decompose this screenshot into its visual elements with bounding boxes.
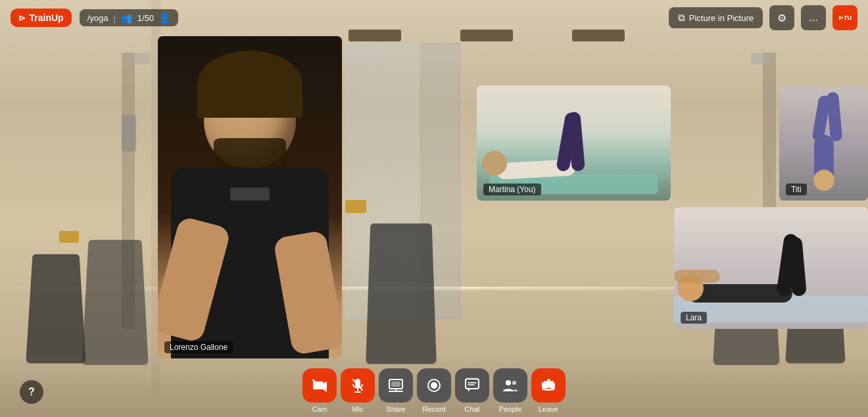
share-label: Share (386, 405, 405, 413)
trainup-icon-button[interactable]: ⊳TU (832, 5, 857, 30)
top-left: ⊳ TrainUp /yoga | 👥 1/50 👤 (11, 9, 178, 27)
video-panel-martina: Martina (You) (477, 86, 671, 201)
video-panel-lara: Lara (674, 207, 868, 329)
mic-label: Mic (352, 405, 363, 413)
hair-lara (674, 270, 720, 283)
leave-label: Leave (539, 405, 558, 413)
help-button[interactable]: ? (20, 380, 43, 404)
mic-icon (341, 368, 375, 403)
help-icon: ? (28, 386, 35, 398)
video-panel-lorenzo: Lorenzo Gallone (158, 36, 342, 358)
svg-rect-10 (391, 381, 400, 387)
people-label: People (499, 405, 521, 413)
video-panel-titi: Titi (779, 86, 868, 201)
speaker-right (751, 53, 769, 64)
participants-display: 1/50 (137, 13, 154, 23)
settings-button[interactable]: ⚙ (769, 5, 794, 30)
cam-icon (302, 368, 337, 403)
label-lara: Lara (681, 312, 707, 324)
top-bar: ⊳ TrainUp /yoga | 👥 1/50 👤 ⧉ Picture in … (0, 0, 868, 36)
svg-point-17 (512, 381, 516, 385)
svg-point-16 (506, 380, 511, 385)
share-button[interactable]: Share (379, 368, 413, 413)
head-martina (482, 151, 507, 176)
label-lorenzo: Lorenzo Gallone (164, 341, 233, 353)
participants-max: 50 (145, 13, 154, 23)
svg-rect-13 (466, 379, 479, 389)
top-right: ⧉ Picture in Picture ⚙ ... ⊳TU (669, 5, 857, 30)
yoga-block-2 (345, 200, 366, 213)
shirt-logo (230, 187, 270, 201)
room-info: /yoga | 👥 1/50 👤 (80, 9, 179, 26)
settings-icon: ⚙ (777, 12, 786, 24)
speaker-left (132, 53, 150, 64)
record-label: Record (422, 405, 445, 413)
person-icon: 👤 (159, 12, 170, 23)
logo-text: TrainUp (30, 12, 64, 23)
bottom-bar: Cam Mic Share (0, 364, 868, 417)
yoga-block-1 (59, 231, 79, 243)
svg-rect-18 (547, 379, 550, 388)
yoga-mat-far-left (26, 255, 86, 364)
record-icon (417, 368, 451, 403)
record-button[interactable]: Record (417, 368, 451, 413)
trainup-logo: ⊳TU (838, 15, 852, 21)
chat-icon (455, 368, 489, 403)
kappa-icon: ⊳ (18, 13, 26, 23)
more-button[interactable]: ... (801, 5, 826, 30)
chat-button[interactable]: Chat (455, 368, 489, 413)
yoga-mat-left2 (82, 240, 149, 365)
cam-label: Cam (312, 405, 327, 413)
leave-button[interactable]: Leave (531, 368, 566, 413)
room-icon: 👥 (121, 12, 132, 23)
svg-rect-21 (542, 382, 544, 389)
people-button[interactable]: People (493, 368, 527, 413)
participants-current: 1 (137, 13, 142, 23)
cam-button[interactable]: Cam (302, 368, 337, 413)
share-icon (379, 368, 413, 403)
pip-label: Picture in Picture (689, 13, 754, 23)
pip-icon: ⧉ (678, 12, 685, 24)
switch-panel (122, 115, 136, 151)
more-icon: ... (809, 12, 817, 24)
svg-point-12 (431, 382, 437, 389)
label-martina: Martina (You) (483, 184, 541, 195)
room-path: /yoga (87, 13, 108, 23)
pip-button[interactable]: ⧉ Picture in Picture (669, 7, 763, 28)
chat-label: Chat (464, 405, 479, 413)
svg-rect-22 (552, 383, 555, 389)
people-icon (493, 368, 527, 403)
label-titi: Titi (786, 184, 807, 195)
divider: | (113, 13, 115, 23)
yoga-mat-center (366, 224, 437, 364)
logo-button[interactable]: ⊳ TrainUp (11, 9, 72, 27)
leave-icon (531, 368, 566, 403)
hair-lorenzo (201, 55, 299, 114)
mic-button[interactable]: Mic (341, 368, 375, 413)
head-titi (813, 170, 834, 191)
